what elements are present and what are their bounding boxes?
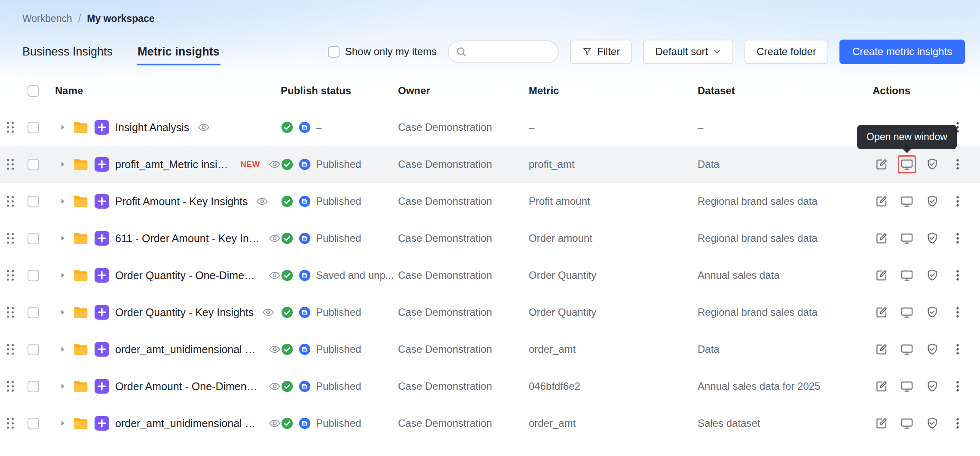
edit-button[interactable] xyxy=(873,266,891,284)
open-new-window-button[interactable] xyxy=(898,229,916,247)
edit-button[interactable] xyxy=(873,414,891,432)
eye-icon[interactable] xyxy=(198,121,210,133)
expand-caret-icon[interactable] xyxy=(59,309,66,316)
row-checkbox[interactable] xyxy=(28,307,39,318)
publish-shield-button[interactable] xyxy=(923,340,941,358)
row-name[interactable]: Order Quantity - One-Dimension... xyxy=(115,269,260,282)
select-all-checkbox[interactable] xyxy=(28,85,39,97)
publish-shield-button[interactable] xyxy=(923,414,941,432)
table-row[interactable]: order_amt_unidimensional analys... Publi… xyxy=(0,405,980,442)
eye-icon[interactable] xyxy=(269,417,281,429)
show-only-my-items-checkbox[interactable] xyxy=(328,46,340,58)
drag-handle-icon[interactable] xyxy=(7,196,14,207)
eye-icon[interactable] xyxy=(269,269,281,281)
expand-caret-icon[interactable] xyxy=(59,235,66,242)
row-checkbox[interactable] xyxy=(28,159,39,170)
open-new-window-button[interactable] xyxy=(898,414,916,432)
table-row[interactable]: 611 - Order Amount - Key Insights Publis… xyxy=(0,220,980,257)
eye-icon[interactable] xyxy=(269,380,281,392)
more-actions-button[interactable] xyxy=(949,303,967,321)
expand-caret-icon[interactable] xyxy=(59,420,66,427)
more-actions-button[interactable] xyxy=(949,266,967,284)
publish-shield-button[interactable] xyxy=(923,155,941,173)
row-name[interactable]: Profit Amount - Key Insights xyxy=(115,195,248,208)
row-name[interactable]: order_amt_unidimensional analys... xyxy=(115,343,260,356)
edit-button[interactable] xyxy=(873,303,891,321)
table-row[interactable]: Profit Amount - Key Insights Published C… xyxy=(0,183,980,220)
row-checkbox[interactable] xyxy=(28,196,39,207)
more-actions-button[interactable] xyxy=(949,192,967,210)
search-input[interactable] xyxy=(471,46,551,58)
publish-shield-button[interactable] xyxy=(923,377,941,395)
expand-caret-icon[interactable] xyxy=(59,198,66,205)
open-new-window-button[interactable]: Open new window xyxy=(898,155,916,173)
row-checkbox[interactable] xyxy=(28,418,39,429)
row-checkbox[interactable] xyxy=(28,122,39,133)
open-new-window-button[interactable] xyxy=(898,340,916,358)
edit-button[interactable] xyxy=(873,377,891,395)
drag-handle-icon[interactable] xyxy=(7,344,14,355)
row-name[interactable]: Insight Analysis xyxy=(115,121,189,134)
eye-icon[interactable] xyxy=(269,232,281,244)
eye-icon[interactable] xyxy=(269,158,281,170)
open-new-window-button[interactable] xyxy=(898,303,916,321)
row-name[interactable]: 611 - Order Amount - Key Insights xyxy=(115,232,260,245)
open-new-window-button[interactable] xyxy=(898,192,916,210)
expand-caret-icon[interactable] xyxy=(59,161,66,168)
table-row[interactable]: Order Quantity - One-Dimension... Saved … xyxy=(0,257,980,294)
eye-icon[interactable] xyxy=(262,306,274,318)
publish-shield-button[interactable] xyxy=(923,266,941,284)
draft-icon xyxy=(298,343,311,356)
edit-button[interactable] xyxy=(873,340,891,358)
row-name[interactable]: order_amt_unidimensional analys... xyxy=(115,417,260,430)
table-row[interactable]: Order Quantity - Key Insights Published … xyxy=(0,294,980,331)
publish-shield-button[interactable] xyxy=(923,192,941,210)
row-name[interactable]: profit_amt_Metric insights xyxy=(115,158,233,171)
table-row[interactable]: Order Amount - One-Dimension... Publishe… xyxy=(0,368,980,405)
table-row[interactable]: order_amt_unidimensional analys... Publi… xyxy=(0,331,980,368)
tab-business-insights[interactable]: Business Insights xyxy=(22,45,113,59)
drag-handle-icon[interactable] xyxy=(7,233,14,244)
more-actions-button[interactable] xyxy=(949,155,967,173)
row-name[interactable]: Order Amount - One-Dimension... xyxy=(115,380,260,393)
publish-shield-button[interactable] xyxy=(923,229,941,247)
table-row[interactable]: profit_amt_Metric insights NEW Published… xyxy=(0,146,980,183)
more-actions-button[interactable] xyxy=(949,229,967,247)
drag-handle-icon[interactable] xyxy=(7,122,14,133)
row-checkbox[interactable] xyxy=(28,344,39,355)
edit-button[interactable] xyxy=(873,192,891,210)
more-actions-button[interactable] xyxy=(949,377,967,395)
open-new-window-button[interactable] xyxy=(898,266,916,284)
table-row[interactable]: Insight Analysis – Case Demonstration – … xyxy=(0,109,980,146)
drag-handle-icon[interactable] xyxy=(7,307,14,318)
more-actions-button[interactable] xyxy=(949,414,967,432)
breadcrumb-workbench[interactable]: Workbench xyxy=(22,13,72,25)
dataset-cell: Data xyxy=(698,158,873,170)
row-checkbox[interactable] xyxy=(28,381,39,392)
create-metric-insights-button[interactable]: Create metric insights xyxy=(839,40,965,64)
search-box[interactable] xyxy=(448,40,559,63)
expand-caret-icon[interactable] xyxy=(59,346,66,353)
default-sort-button[interactable]: Default sort xyxy=(643,40,733,64)
eye-icon[interactable] xyxy=(256,195,268,207)
edit-button[interactable] xyxy=(873,155,891,173)
drag-handle-icon[interactable] xyxy=(7,418,14,429)
open-new-window-button[interactable] xyxy=(898,377,916,395)
drag-handle-icon[interactable] xyxy=(7,270,14,281)
row-checkbox[interactable] xyxy=(28,233,39,244)
row-name[interactable]: Order Quantity - Key Insights xyxy=(115,306,254,319)
edit-button[interactable] xyxy=(873,229,891,247)
drag-handle-icon[interactable] xyxy=(7,381,14,392)
more-actions-button[interactable] xyxy=(949,340,967,358)
show-only-my-items-control[interactable]: Show only my items xyxy=(328,46,437,58)
drag-handle-icon[interactable] xyxy=(7,159,14,170)
filter-button[interactable]: Filter xyxy=(570,40,632,64)
publish-shield-button[interactable] xyxy=(923,303,941,321)
expand-caret-icon[interactable] xyxy=(59,383,66,390)
eye-icon[interactable] xyxy=(269,343,281,355)
tab-metric-insights[interactable]: Metric insights xyxy=(138,45,220,59)
create-folder-button[interactable]: Create folder xyxy=(744,40,828,64)
row-checkbox[interactable] xyxy=(28,270,39,281)
expand-caret-icon[interactable] xyxy=(59,272,66,279)
expand-caret-icon[interactable] xyxy=(59,124,66,131)
